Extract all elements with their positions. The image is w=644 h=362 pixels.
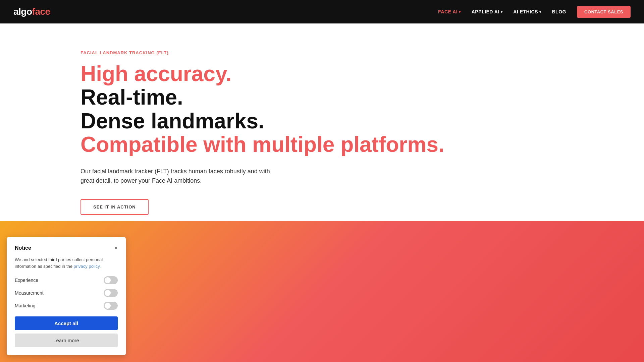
nav-label-blog: BLOG [552,9,566,14]
hero-line3: Dense landmarks. [80,109,264,133]
hero-description: Our facial landmark tracker (FLT) tracks… [80,167,282,186]
contact-sales-button[interactable]: CONTACT SALES [577,6,631,18]
notice-title: Notice [15,245,31,251]
chevron-down-icon: ▾ [539,10,541,14]
hero-line1: High accuracy. [80,62,232,86]
nav-item-blog[interactable]: BLOG [552,9,566,14]
nav-label-ai-ethics: AI ETHICS [513,9,538,14]
toggle-row-measurement: Measurement [15,289,118,297]
notice-header: Notice × [15,245,118,251]
chevron-down-icon: ▾ [459,10,461,14]
nav-item-ai-ethics[interactable]: AI ETHICS ▾ [513,9,541,14]
nav-label-applied-ai: APPLIED AI [472,9,499,14]
chevron-down-icon: ▾ [501,10,503,14]
toggle-label-marketing: Marketing [15,303,35,308]
notice-body: We and selected third parties collect pe… [15,256,118,269]
see-it-in-action-button[interactable]: SEE IT IN ACTION [80,199,149,215]
cookie-notice: Notice × We and selected third parties c… [7,237,126,355]
hero-title: High accuracy. Real-time. Dense landmark… [80,62,644,157]
notice-close-button[interactable]: × [114,245,118,251]
nav-label-face-ai: FACE AI [438,9,458,14]
toggle-label-measurement: Measurement [15,290,44,296]
notice-actions: Accept all Learn more [15,316,118,347]
toggle-row-marketing: Marketing [15,302,118,310]
learn-more-button[interactable]: Learn more [15,334,118,347]
toggle-marketing[interactable] [104,302,118,310]
logo-algo: algo [13,6,32,17]
nav-item-applied-ai[interactable]: APPLIED AI ▾ [472,9,503,14]
logo-face: face [32,6,50,17]
toggle-measurement[interactable] [104,289,118,297]
hero-line2: Real-time. [80,85,183,109]
toggle-label-experience: Experience [15,278,38,283]
privacy-policy-link[interactable]: privacy policy [74,264,100,269]
notice-body-suffix: . [100,264,101,269]
hero-label: FACIAL LANDMARK TRACKING (FLT) [80,50,644,55]
nav-item-face-ai[interactable]: FACE AI ▾ [438,9,461,14]
navbar: algoface FACE AI ▾ APPLIED AI ▾ AI ETHIC… [0,0,644,23]
accept-all-button[interactable]: Accept all [15,316,118,330]
logo[interactable]: algoface [13,6,50,17]
hero-line4: Compatible with multiple platforms. [80,132,444,157]
nav-links: FACE AI ▾ APPLIED AI ▾ AI ETHICS ▾ BLOG … [438,6,631,18]
toggle-experience[interactable] [104,276,118,284]
toggle-row-experience: Experience [15,276,118,284]
